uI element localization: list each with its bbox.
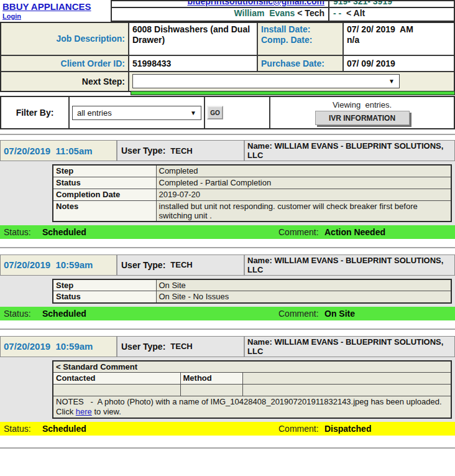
alt-dashes: - -	[333, 8, 344, 18]
row-label: Status	[53, 291, 156, 303]
row-label: Completion Date	[53, 189, 156, 200]
entry-body: Step On Site Status On Site - No Issues	[0, 276, 455, 307]
phone-number: 919- 321- 3919	[329, 1, 454, 7]
job-description-row: Job Description: 6008 Dishwashers (and D…	[1, 23, 454, 56]
next-step-cell: ▼	[129, 72, 454, 91]
filter-bar: Filter By: all entries ▼ GO Viewing entr…	[0, 96, 455, 129]
tech-row: William Evans < Tech - - < Alt	[112, 8, 454, 21]
status-label: Status:	[0, 424, 42, 434]
comment-value: Dispatched	[324, 424, 371, 434]
job-description-label: Job Description:	[1, 23, 129, 55]
top-header: BBUY APPLIANCES Login blueprintsolutions…	[0, 0, 455, 22]
viewing-cell: Viewing entries. IVR INFORMATION	[270, 97, 454, 128]
next-step-row: Next Step: ▼	[1, 72, 454, 91]
table-row	[53, 385, 451, 396]
status-label: Status:	[0, 227, 42, 237]
row-value: installed but unit not responding. custo…	[156, 200, 451, 222]
email-cell: blueprintsolutionsllc@gmail.com	[112, 1, 329, 7]
go-cell: GO	[205, 97, 270, 128]
name-label: Name:	[247, 256, 272, 265]
client-order-label: Client Order ID:	[1, 56, 129, 71]
entry-detail-table: Step On Site Status On Site - No Issues	[52, 279, 452, 304]
install-date-value: 07/ 20/ 2019 AM	[347, 24, 451, 35]
email-link[interactable]: blueprintsolutionsllc@gmail.com	[187, 1, 324, 6]
table-row: Notes installed but unit not responding.…	[53, 200, 451, 222]
status-value: Scheduled	[42, 424, 278, 434]
ivr-information-button[interactable]: IVR INFORMATION	[315, 111, 410, 125]
contact-table: blueprintsolutionsllc@gmail.com 919- 321…	[111, 0, 455, 22]
user-type-label: User Type:	[121, 260, 165, 270]
green-progress-line	[131, 91, 455, 95]
status-bar: Status: Scheduled Comment: Dispatched	[0, 422, 455, 436]
entry-detail-table: Step Completed Status Completed - Partia…	[52, 164, 452, 222]
history-entry: 07/20/2019 11:05am User Type: TECH Name:…	[0, 140, 455, 239]
entry-name: Name: WILLIAM EVANS - BLUEPRINT SOLUTION…	[245, 255, 454, 275]
table-row: < Standard Comment	[53, 361, 451, 373]
entry-user-type: User Type: TECH	[117, 255, 245, 275]
user-type-label: User Type:	[121, 146, 165, 156]
photo-here-link[interactable]: here	[76, 407, 92, 416]
method-value	[180, 385, 242, 396]
login-link[interactable]: Login	[2, 12, 111, 20]
row-value: On Site - No Issues	[156, 291, 451, 303]
comment-label: Comment:	[278, 309, 324, 319]
install-date-label: Install Date:	[261, 24, 339, 35]
row-value: On Site	[156, 279, 451, 291]
entry-timestamp: 07/20/2019 10:59am	[1, 255, 117, 275]
entry-detail-table: < Standard Comment Contacted Method NOTE…	[52, 360, 452, 419]
separator	[0, 329, 455, 330]
separator	[0, 247, 455, 248]
purchase-date-label: Purchase Date:	[258, 56, 344, 71]
separator	[0, 134, 455, 135]
table-row: Status Completed - Partial Completion	[53, 177, 451, 189]
client-order-row: Client Order ID: 51998433 Purchase Date:…	[1, 56, 454, 72]
name-value: WILLIAM EVANS - BLUEPRINT SOLUTIONS, LLC	[247, 141, 443, 160]
purchase-date-value: 07/ 09/ 2019	[344, 56, 454, 71]
entry-user-type: User Type: TECH	[117, 337, 245, 357]
row-label: Step	[53, 165, 156, 177]
entry-body: Step Completed Status Completed - Partia…	[0, 161, 455, 225]
status-value: Scheduled	[42, 227, 278, 237]
green-underline	[0, 91, 455, 95]
job-description-value: 6008 Dishwashers (and Dual Drawer)	[129, 23, 258, 55]
row-value: Completed	[156, 165, 451, 177]
table-row: Step On Site	[53, 279, 451, 291]
contacted-header: Contacted	[53, 373, 180, 385]
filter-select-cell: all entries ▼	[70, 97, 205, 128]
empty-value-cell	[242, 385, 451, 396]
separator	[0, 447, 455, 449]
contact-row: blueprintsolutionsllc@gmail.com 919- 321…	[112, 1, 454, 8]
store-link[interactable]: BBUY APPLIANCES	[2, 1, 111, 12]
status-bar: Status: Scheduled Comment: Action Needed	[0, 225, 455, 239]
name-value: WILLIAM EVANS - BLUEPRINT SOLUTIONS, LLC	[247, 337, 443, 356]
entry-header: 07/20/2019 10:59am User Type: TECH Name:…	[0, 336, 455, 357]
history-entry: 07/20/2019 10:59am User Type: TECH Name:…	[0, 336, 455, 436]
entry-name: Name: WILLIAM EVANS - BLUEPRINT SOLUTION…	[245, 337, 454, 357]
comp-date-label: Comp. Date:	[261, 35, 339, 45]
install-comp-labels: Install Date: Comp. Date:	[258, 23, 344, 55]
filter-select[interactable]: all entries ▼	[72, 106, 201, 120]
user-type-value: TECH	[170, 342, 192, 351]
table-row: NOTES - A photo (Photo) with a name of I…	[53, 396, 451, 419]
entry-name: Name: WILLIAM EVANS - BLUEPRINT SOLUTION…	[245, 141, 454, 161]
go-button[interactable]: GO	[207, 106, 223, 119]
filter-by-label: Filter By:	[1, 97, 70, 128]
client-order-value: 51998433	[129, 56, 258, 71]
comp-date-value: n/a	[347, 35, 451, 45]
name-value: WILLIAM EVANS - BLUEPRINT SOLUTIONS, LLC	[247, 256, 443, 274]
alt-cell: - - < Alt	[329, 8, 454, 21]
job-info-table: Job Description: 6008 Dishwashers (and D…	[0, 22, 455, 91]
table-row: Step Completed	[53, 165, 451, 177]
comment-label: Comment:	[278, 227, 324, 237]
row-label: Step	[53, 279, 156, 291]
row-value: Completed - Partial Completion	[156, 177, 451, 189]
table-row: Contacted Method	[53, 373, 451, 385]
viewing-entries-text: Viewing entries.	[333, 100, 392, 110]
comment-value: On Site	[324, 309, 355, 319]
next-step-select[interactable]: ▼	[132, 74, 400, 88]
dropdown-arrow-icon: ▼	[190, 110, 196, 116]
alt-label: < Alt	[346, 8, 365, 18]
status-value: Scheduled	[42, 309, 278, 319]
table-row: Status On Site - No Issues	[53, 291, 451, 303]
entry-body: < Standard Comment Contacted Method NOTE…	[0, 357, 455, 422]
